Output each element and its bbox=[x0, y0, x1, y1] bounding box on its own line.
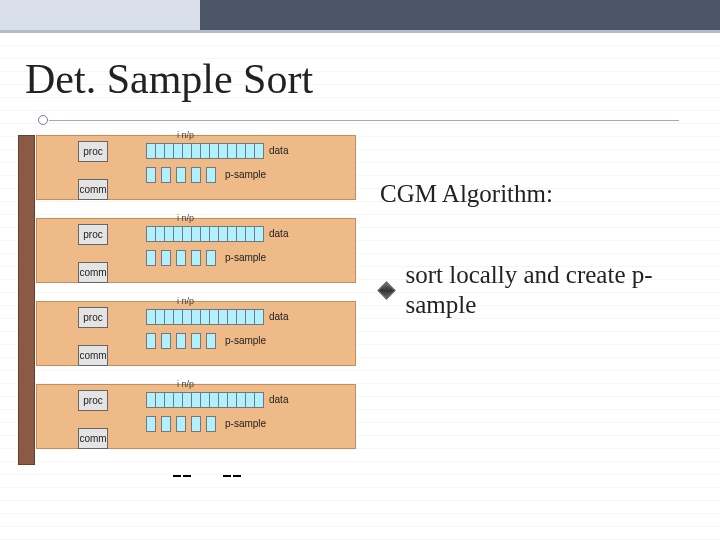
data-row bbox=[146, 226, 263, 242]
title-decor bbox=[38, 115, 48, 125]
psample-cell bbox=[176, 250, 186, 266]
psample-cell bbox=[191, 333, 201, 349]
data-cell bbox=[254, 226, 264, 242]
header-underline bbox=[0, 30, 720, 33]
tick-mark bbox=[223, 475, 231, 477]
psample-cell bbox=[176, 416, 186, 432]
psample-row bbox=[146, 167, 221, 183]
data-row bbox=[146, 309, 263, 325]
items-fraction-label: i n/p bbox=[177, 380, 194, 389]
psample-row bbox=[146, 333, 221, 349]
items-fraction-label: i n/p bbox=[177, 297, 194, 306]
items-fraction-label: i n/p bbox=[177, 131, 194, 140]
tick-mark bbox=[173, 475, 181, 477]
data-row bbox=[146, 392, 263, 408]
data-row-label: data bbox=[269, 311, 288, 322]
timeline-spine bbox=[18, 135, 35, 465]
psample-cell bbox=[206, 333, 216, 349]
tick-mark bbox=[183, 475, 191, 477]
data-cell bbox=[254, 143, 264, 159]
bullet-text: sort locally and create p-sample bbox=[405, 260, 665, 320]
psample-cell bbox=[161, 416, 171, 432]
psample-cell bbox=[176, 333, 186, 349]
algorithm-heading: CGM Algorithm: bbox=[380, 180, 553, 208]
psample-cell bbox=[206, 416, 216, 432]
proc-label-box: proc bbox=[78, 141, 108, 162]
psample-cell bbox=[146, 250, 156, 266]
psample-cell bbox=[161, 167, 171, 183]
psample-cell bbox=[191, 250, 201, 266]
comm-label-box: comm bbox=[78, 262, 108, 283]
psample-row bbox=[146, 416, 221, 432]
psample-cell bbox=[161, 333, 171, 349]
psample-cell bbox=[146, 167, 156, 183]
data-row-label: data bbox=[269, 228, 288, 239]
slide-title: Det. Sample Sort bbox=[25, 55, 313, 103]
psample-row-label: p-sample bbox=[225, 335, 266, 346]
psample-cell bbox=[206, 167, 216, 183]
data-cell bbox=[254, 309, 264, 325]
psample-row-label: p-sample bbox=[225, 418, 266, 429]
proc-label-box: proc bbox=[78, 224, 108, 245]
data-cell bbox=[254, 392, 264, 408]
psample-cell bbox=[191, 416, 201, 432]
psample-cell bbox=[161, 250, 171, 266]
data-row-label: data bbox=[269, 394, 288, 405]
psample-cell bbox=[191, 167, 201, 183]
psample-cell bbox=[176, 167, 186, 183]
psample-cell bbox=[146, 333, 156, 349]
proc-label-box: proc bbox=[78, 307, 108, 328]
tick-mark bbox=[233, 475, 241, 477]
psample-cell bbox=[146, 416, 156, 432]
header-bar-accent bbox=[200, 0, 720, 30]
items-fraction-label: i n/p bbox=[177, 214, 194, 223]
comm-label-box: comm bbox=[78, 428, 108, 449]
psample-row-label: p-sample bbox=[225, 252, 266, 263]
psample-row-label: p-sample bbox=[225, 169, 266, 180]
comm-label-box: comm bbox=[78, 345, 108, 366]
data-row-label: data bbox=[269, 145, 288, 156]
psample-row bbox=[146, 250, 221, 266]
diamond-bullet-icon bbox=[377, 281, 395, 299]
psample-cell bbox=[206, 250, 216, 266]
data-row bbox=[146, 143, 263, 159]
cgm-diagram: i n/pproccommdatap-samplei n/pproccommda… bbox=[18, 135, 368, 495]
proc-label-box: proc bbox=[78, 390, 108, 411]
bullet-item: sort locally and create p-sample bbox=[380, 260, 665, 320]
comm-label-box: comm bbox=[78, 179, 108, 200]
